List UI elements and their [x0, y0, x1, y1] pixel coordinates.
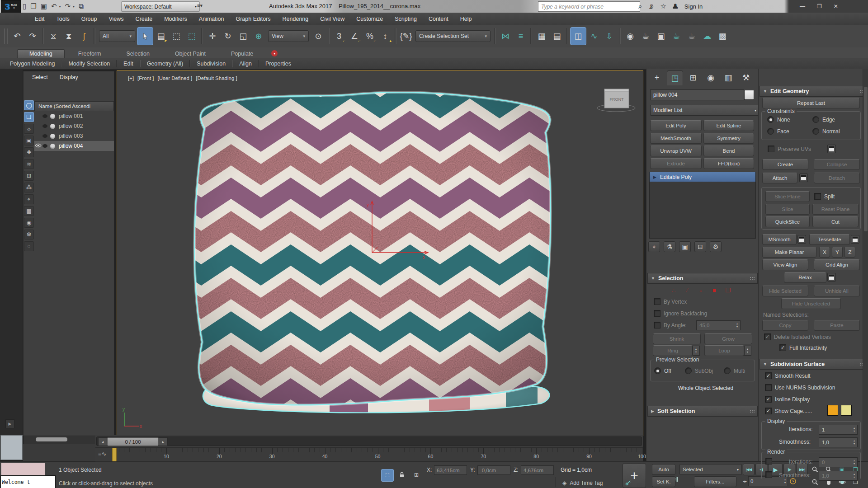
- help-search-input[interactable]: Type a keyword or phrase: [538, 1, 640, 12]
- planar-x-button[interactable]: X: [819, 247, 830, 258]
- favorites-star-icon[interactable]: ☆: [660, 2, 666, 10]
- view-align-button[interactable]: View Align: [762, 259, 808, 270]
- menu-rendering[interactable]: Rendering: [277, 13, 315, 25]
- filter-helpers-icon[interactable]: ✚: [24, 147, 34, 157]
- make-planar-button[interactable]: Make Planar: [762, 247, 816, 258]
- scrollbar-thumb[interactable]: [36, 437, 67, 441]
- render-production-icon[interactable]: ☕: [669, 28, 684, 45]
- selection-filter-dropdown[interactable]: All▾: [99, 30, 135, 42]
- rendered-frame-window-icon[interactable]: ▣: [653, 28, 669, 45]
- relax-settings-button[interactable]: [827, 273, 836, 282]
- next-key-button[interactable]: ▸: [159, 437, 168, 446]
- symmetry-modifier-button[interactable]: Symmetry: [703, 133, 754, 144]
- slice-plane-button[interactable]: Slice Plane: [765, 191, 810, 202]
- object-color-swatch[interactable]: [744, 90, 754, 100]
- render-last-icon[interactable]: ▩: [715, 28, 730, 45]
- auto-key-button[interactable]: Auto: [652, 464, 675, 475]
- toggle-layer-explorer-icon[interactable]: ▤: [549, 28, 565, 45]
- filter-geometry-icon[interactable]: ⊞: [24, 171, 34, 181]
- set-keys-button[interactable]: +: [623, 463, 646, 488]
- add-time-tag-button[interactable]: ◈ Add Time Tag: [562, 480, 603, 486]
- tab-selection[interactable]: Selection: [114, 50, 161, 58]
- render-iterative-icon[interactable]: ☕: [684, 28, 699, 45]
- edit-poly-modifier-button[interactable]: Edit Poly: [650, 120, 702, 131]
- toolbar-grip[interactable]: [4, 28, 8, 44]
- filter-space-warps-icon[interactable]: ≋: [24, 159, 34, 169]
- by-angle-checkbox[interactable]: By Angle:: [654, 322, 687, 328]
- spinner-arrows[interactable]: ▴▾: [734, 321, 740, 330]
- pillow-004-object[interactable]: [171, 77, 619, 419]
- preview-off-radio[interactable]: Off: [654, 367, 671, 374]
- soft-selection-rollout-header[interactable]: ▶ Soft Selection: [647, 406, 758, 417]
- new-file-icon[interactable]: ▯: [23, 2, 26, 10]
- select-and-link-icon[interactable]: ⧖: [46, 28, 61, 45]
- tab-create[interactable]: +: [649, 70, 665, 85]
- render-smoothness-checkbox[interactable]: [765, 471, 772, 478]
- cut-button[interactable]: Cut: [812, 216, 859, 227]
- menu-civil-view[interactable]: Civil View: [314, 13, 350, 25]
- render-iterations-checkbox[interactable]: [765, 458, 772, 465]
- use-pivot-center-icon[interactable]: ⊙: [311, 28, 326, 45]
- curve-editor-icon[interactable]: ∿: [586, 28, 602, 45]
- preview-subobj-radio[interactable]: SubObj: [685, 367, 713, 374]
- full-interactivity-checkbox[interactable]: ✓Full Interactivity: [779, 344, 827, 351]
- element-mode-icon[interactable]: ❒: [724, 286, 731, 294]
- spinner-arrows[interactable]: ▴▾: [851, 458, 857, 467]
- scrollbar-thumb[interactable]: [864, 87, 868, 231]
- quickslice-button[interactable]: QuickSlice: [765, 216, 810, 227]
- explorer-select-menu[interactable]: Select: [32, 74, 48, 80]
- render-setup-icon[interactable]: ☕: [638, 28, 653, 45]
- undo-quick-icon[interactable]: ↶: [51, 2, 57, 10]
- cage-color-swatch[interactable]: [827, 405, 838, 416]
- viewport-layout-tab[interactable]: [0, 435, 23, 460]
- rollout-scrollbar[interactable]: [863, 69, 868, 461]
- bend-modifier-button[interactable]: Bend: [703, 145, 754, 156]
- user-avatar-icon[interactable]: 👤︎: [672, 3, 679, 10]
- subdivision-surface-rollout-header[interactable]: ▼ Subdivision Surface: [760, 359, 868, 370]
- modifier-stack[interactable]: ▶ Editable Poly: [649, 172, 756, 239]
- align-icon[interactable]: ≡: [513, 28, 528, 45]
- edit-spline-modifier-button[interactable]: Edit Spline: [703, 120, 754, 131]
- toggle-ribbon-icon[interactable]: ◫: [570, 27, 586, 45]
- vertex-mode-icon[interactable]: ∴: [670, 286, 677, 294]
- select-and-scale-icon[interactable]: ◱: [236, 28, 251, 45]
- undo-caret-icon[interactable]: ▾: [59, 5, 61, 9]
- x-coord-field[interactable]: 63,415cm: [434, 465, 467, 475]
- cage-selected-color-swatch[interactable]: [841, 405, 852, 416]
- menu-views[interactable]: Views: [103, 13, 129, 25]
- constraint-edge-radio[interactable]: Edge: [812, 116, 835, 123]
- a360-render-icon[interactable]: ☁: [699, 28, 715, 45]
- spinner-arrows[interactable]: ▴▾: [851, 425, 857, 434]
- tab-motion[interactable]: ◉: [703, 70, 718, 85]
- attach-button[interactable]: Attach: [762, 173, 797, 183]
- scene-render[interactable]: yxFRONTxy: [117, 71, 642, 435]
- reset-plane-button[interactable]: Reset Plane: [812, 204, 859, 215]
- toolbar-options-icon[interactable]: ≡▾: [197, 3, 203, 9]
- filter-frozen-icon[interactable]: ❆: [24, 230, 34, 239]
- visibility-eye-icon[interactable]: [35, 143, 42, 149]
- detach-button[interactable]: Detach: [814, 173, 860, 183]
- menu-customize[interactable]: Customize: [350, 13, 389, 25]
- copy-button[interactable]: Copy: [762, 320, 808, 331]
- grow-button[interactable]: Grow: [704, 333, 752, 344]
- render-smoothness-field[interactable]: 1,0 ▴▾: [819, 471, 858, 481]
- select-by-name-icon[interactable]: ▤➤: [153, 28, 169, 45]
- redo-quick-icon[interactable]: ↷: [65, 2, 71, 10]
- filter-shapes-icon[interactable]: ❏: [24, 112, 34, 122]
- viewport-menu-general[interactable]: [+]: [128, 75, 134, 81]
- close-button[interactable]: ✕: [834, 3, 838, 9]
- bind-to-space-warp-icon[interactable]: ʃ: [76, 28, 92, 45]
- mirror-icon[interactable]: ⋈: [498, 28, 513, 45]
- communication-center-icon[interactable]: 📡︎: [648, 3, 654, 10]
- tessellate-settings-button[interactable]: [851, 235, 859, 244]
- current-frame-marker[interactable]: [112, 448, 117, 462]
- z-coord-field[interactable]: 4,676cm: [521, 465, 554, 475]
- delete-isolated-vertices-checkbox[interactable]: ✓Delete Isolated Vertices: [764, 333, 831, 340]
- select-and-place-icon[interactable]: ⊕: [251, 28, 266, 45]
- menu-animation[interactable]: Animation: [193, 13, 230, 25]
- ring-spinner[interactable]: ▴▾: [693, 346, 700, 356]
- make-unique-icon[interactable]: ▣: [679, 241, 691, 252]
- select-and-rotate-icon[interactable]: ↻: [220, 28, 236, 45]
- object-name-field[interactable]: pillow 004: [650, 89, 744, 100]
- time-slider-handle[interactable]: 0 / 100: [107, 437, 159, 446]
